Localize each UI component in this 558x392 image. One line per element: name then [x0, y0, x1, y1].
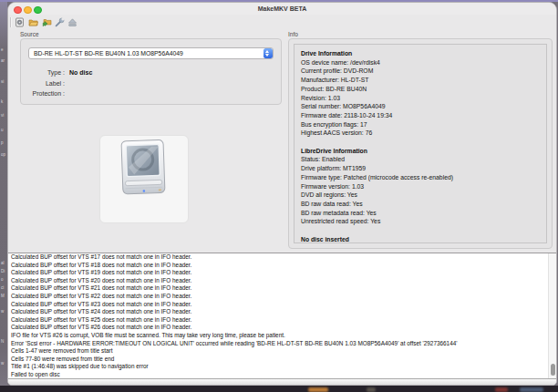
log-line: Calculated BUP offset for VTS #23 does n…: [11, 301, 547, 309]
eject-icon: [67, 17, 78, 27]
open-folder-icon: [28, 17, 38, 27]
drive-info-line: Serial number: MO8P56A4049: [301, 102, 540, 111]
source-field-row: Label :: [28, 78, 274, 89]
source-field-label: Type :: [28, 67, 65, 78]
toolbar: [8, 15, 556, 30]
libredrive-info-line: Status: Enabled: [301, 155, 540, 164]
background-text-fragment: vi: [1, 113, 4, 118]
background-text-fragment: k: [1, 99, 3, 104]
log-scrollbar[interactable]: [548, 253, 556, 379]
libredrive-info-line: Unrestricted read speed: Yes: [301, 217, 540, 226]
libredrive-info-line: BD raw data read: Yes: [301, 200, 540, 209]
background-text-fragment: M: [1, 294, 5, 298]
backup-icon: [42, 17, 52, 27]
log-line: Calculated BUP offset for VTS #20 does n…: [11, 277, 547, 285]
background-text-fragment: N: [1, 339, 4, 344]
makemkv-window: MakeMKV BETA: [7, 2, 557, 386]
drive-info-line: Bus encryption flags: 17: [301, 120, 540, 129]
open-disc-button[interactable]: [27, 16, 39, 28]
background-text-fragment: op: [1, 152, 5, 157]
info-group: Drive Information OS device name: /dev/r…: [288, 38, 553, 249]
dock-icon-blob: [520, 387, 543, 392]
status-bar: [8, 378, 556, 386]
source-field-label: Label :: [28, 78, 65, 89]
background-text-fragment: e: [1, 47, 4, 52]
background-text-fragment: al: [1, 261, 5, 265]
drive-info-line: Firmware date: 2118-10-24 19:34: [301, 111, 540, 120]
log-line: Calculated BUP offset for VTS #19 does n…: [11, 269, 547, 277]
drive-info-line: Manufacturer: HL-DT-ST: [301, 76, 540, 85]
log-line: Calculated BUP offset for VTS #25 does n…: [11, 316, 547, 325]
log-line: Calculated BUP offset for VTS #24 does n…: [11, 308, 547, 316]
optical-drive-icon: [120, 139, 168, 197]
source-drive-select-value: BD-RE HL-DT-ST BD-RE BU40N 1.03 MO8P56A4…: [29, 50, 264, 57]
libredrive-info-line: Firmware type: Patched (microcode access…: [301, 173, 540, 182]
source-field-label: Protection :: [28, 88, 65, 99]
open-files-button[interactable]: [14, 16, 26, 28]
libredrive-info-line: BD raw metadata read: Yes: [301, 209, 540, 218]
toolbar-separator: [10, 17, 12, 27]
libredrive-info-line: Drive platform: MT1959: [301, 164, 540, 173]
background-text-fragment: si: [1, 79, 4, 84]
dock-icon-blob: [495, 387, 508, 392]
source-group: BD-RE HL-DT-ST BD-RE BU40N 1.03 MO8P56A4…: [20, 38, 282, 105]
window-title: MakeMKV BETA: [8, 5, 556, 12]
select-arrows-icon: [264, 48, 273, 58]
libredrive-info-line: DVD all regions: Yes: [301, 191, 540, 200]
eject-button[interactable]: [67, 16, 78, 28]
background-text-fragment: w: [1, 309, 4, 314]
background-text-fragment: ar: [1, 58, 5, 63]
background-text-fragment: p: [1, 140, 4, 145]
drive-info-line: Current profile: DVD-ROM: [301, 67, 540, 76]
settings-button[interactable]: [54, 16, 66, 28]
libredrive-info-line: Firmware version: 1.03: [301, 182, 540, 191]
drive-info-line: Highest AACS version: 76: [301, 129, 540, 138]
source-field-value: No disc: [69, 67, 92, 78]
log-line: Cells 77-80 were removed from title end: [11, 356, 547, 364]
disc-status-message: No disc inserted: [301, 235, 540, 243]
log-line: IFO file for VTS #26 is corrupt, VOB fil…: [11, 332, 547, 340]
open-files-icon: [15, 17, 25, 27]
background-text-fragment: w: [1, 361, 4, 366]
background-text-fragment: Di: [1, 269, 5, 273]
titlebar: MakeMKV BETA: [8, 3, 556, 15]
backup-button[interactable]: [41, 16, 53, 28]
drive-image-panel: [99, 135, 189, 223]
drive-information-title: Drive Information: [301, 49, 540, 58]
drive-info-line: Product: BD-RE BU40N: [301, 85, 540, 94]
source-field-row: Protection :: [28, 88, 274, 99]
log-line: Calculated BUP offset for VTS #21 does n…: [11, 284, 547, 293]
source-drive-select[interactable]: BD-RE HL-DT-ST BD-RE BU40N 1.03 MO8P56A4…: [28, 47, 274, 59]
log-line: Error 'Scsi error - HARDWARE ERROR:TIMEO…: [11, 340, 547, 348]
info-group-label: Info: [288, 31, 298, 37]
scrollbar-thumb[interactable]: [551, 364, 555, 376]
log-line: Calculated BUP offset for VTS #17 does n…: [11, 253, 547, 262]
dock-icon-blob: [308, 387, 328, 392]
settings-wrench-icon: [55, 17, 65, 27]
log-line: Cells 1-47 were removed from title start: [11, 347, 547, 356]
info-panel: Drive Information OS device name: /dev/r…: [294, 44, 547, 243]
drive-info-line: Revision: 1.03: [301, 94, 540, 103]
log-line: Title #1 (1:46:48) was skipped due to na…: [11, 363, 547, 371]
log-line: Calculated BUP offset for VTS #22 does n…: [11, 293, 547, 301]
background-text-fragment: ci: [1, 285, 4, 290]
background-text-fragment: o: [1, 277, 4, 282]
dock-strip: [0, 386, 558, 392]
source-field-row: Type : No disc: [28, 67, 274, 78]
log-line: Calculated BUP offset for VTS #18 does n…: [11, 262, 547, 270]
dock-icon-blob: [367, 387, 376, 392]
background-window-edge: earsikviupopalDiociMwNw: [0, 2, 7, 386]
drive-info-line: OS device name: /dev/rdisk4: [301, 58, 540, 67]
libredrive-information-title: LibreDrive Information: [301, 147, 540, 156]
source-group-label: Source: [20, 31, 39, 37]
log-line: Calculated BUP offset for VTS #26 does n…: [11, 324, 547, 332]
log-output[interactable]: Calculated BUP offset for VTS #17 does n…: [8, 253, 556, 379]
background-text-fragment: u: [1, 128, 4, 132]
